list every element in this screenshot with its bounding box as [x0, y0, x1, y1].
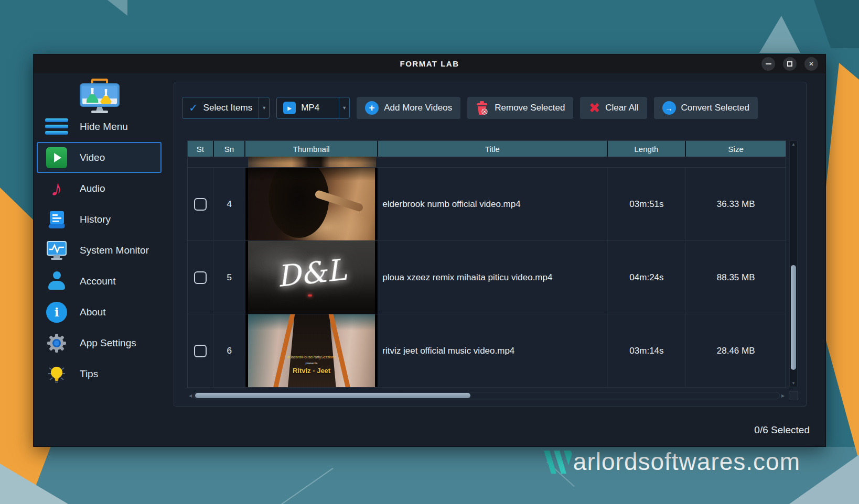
checkmark-icon: ✓ — [189, 102, 198, 114]
sidebar-item-label: App Settings — [80, 337, 136, 349]
maximize-icon — [787, 61, 792, 67]
info-icon: i — [45, 302, 68, 323]
sidebar-item-label: System Monitor — [80, 245, 149, 256]
table-row[interactable]: 5 D&L ploua xzeez remix mihaita piticu v… — [188, 241, 786, 314]
thumbnail-image — [248, 168, 375, 240]
sidebar-item-app-settings[interactable]: App Settings — [34, 327, 167, 358]
sidebar-item-label: About — [80, 306, 106, 318]
thumbnail-caption: presents — [248, 361, 375, 365]
format-dropdown[interactable]: ▶ MP4 ▼ — [276, 97, 350, 119]
watermark: arlordsoftwares.com — [543, 450, 800, 474]
sidebar-item-label: Video — [80, 152, 105, 163]
sidebar-item-tips[interactable]: Tips — [34, 358, 167, 389]
scroll-left-icon[interactable]: ◀ — [187, 393, 194, 398]
select-items-dropdown[interactable]: ✓ Select Items ▼ — [182, 97, 270, 119]
warlord-w-logo-icon — [543, 451, 573, 474]
remove-selected-button[interactable]: Remove Selected — [467, 97, 573, 119]
horizontal-scrollbar[interactable]: ◀ ▶ — [187, 391, 786, 400]
main-panel: ✓ Select Items ▼ ▶ MP4 ▼ + Add More Vide… — [174, 82, 807, 407]
sidebar-item-account[interactable]: Account — [34, 266, 167, 297]
format-lab-logo — [80, 79, 120, 113]
thumbnail-caption: Ritviz - Jeet — [248, 367, 375, 375]
format-label: MP4 — [301, 103, 319, 113]
row-title-cell: ploua xzeez remix mihaita piticu video.m… — [378, 241, 607, 314]
arrow-circle-icon: → — [662, 101, 676, 115]
chevron-down-icon: ▼ — [259, 97, 269, 118]
sidebar-item-hide-menu[interactable]: Hide Menu — [34, 111, 167, 142]
row-size-cell: 36.33 MB — [686, 168, 786, 240]
row-length-cell: 04m:24s — [608, 241, 686, 314]
vertical-scrollbar-thumb[interactable] — [791, 265, 796, 370]
close-icon: ✕ — [809, 60, 814, 68]
row-sn-cell: 5 — [214, 241, 245, 314]
video-format-icon: ▶ — [283, 102, 296, 114]
selection-status: 0/6 Selected — [754, 424, 810, 436]
table-row[interactable]: 6 #BacardiHousePartySessions presents Ri… — [188, 314, 786, 388]
sidebar-item-about[interactable]: i About — [34, 297, 167, 327]
monitor-pulse-icon — [45, 240, 68, 260]
thumbnail-caption: #BacardiHousePartySessions — [248, 355, 375, 359]
app-window: FORMAT LAB ✕ Hide Menu — [33, 54, 826, 447]
row-length-cell: 03m:14s — [608, 314, 686, 387]
convert-selected-button[interactable]: → Convert Selected — [654, 97, 758, 119]
header-sn: Sn — [214, 141, 245, 157]
trash-icon — [476, 101, 489, 115]
watermark-text: arlordsoftwares.com — [573, 450, 800, 474]
music-note-icon: ♪ — [45, 178, 68, 200]
clear-all-button[interactable]: ✖ Clear All — [580, 97, 647, 119]
row-checkbox[interactable] — [194, 271, 207, 284]
desktop: arlordsoftwares.com FORMAT LAB ✕ — [0, 0, 859, 504]
header-st: St — [188, 141, 214, 157]
minimize-button[interactable] — [761, 57, 775, 71]
scroll-down-icon[interactable]: ▼ — [790, 381, 797, 386]
row-thumbnail-cell: D&L — [245, 241, 379, 314]
red-x-icon: ✖ — [588, 101, 600, 115]
sidebar-item-label: Tips — [80, 368, 98, 380]
add-more-videos-label: Add More Videos — [384, 103, 452, 113]
logo-monitor — [80, 83, 120, 107]
sidebar-item-label: Hide Menu — [80, 121, 128, 133]
row-checkbox[interactable] — [194, 198, 207, 211]
vertical-scrollbar[interactable]: ▲ ▼ — [789, 140, 798, 387]
header-title: Title — [378, 141, 607, 157]
scroll-right-icon[interactable]: ▶ — [780, 393, 786, 398]
partial-thumbnail-image — [248, 157, 376, 167]
row-thumbnail-cell: #BacardiHousePartySessions presents Ritv… — [245, 314, 379, 387]
history-scroll-icon — [45, 210, 68, 229]
row-st-cell — [188, 241, 214, 314]
lightbulb-icon — [45, 364, 68, 385]
table-row[interactable]: 4 elderbrook numb official video.mp4 03m… — [188, 168, 786, 241]
row-st-cell — [188, 314, 214, 387]
row-length-cell: 03m:51s — [608, 168, 686, 240]
sidebar-item-history[interactable]: History — [34, 204, 167, 235]
plus-circle-icon: + — [365, 101, 379, 115]
add-more-videos-button[interactable]: + Add More Videos — [357, 97, 460, 119]
header-size: Size — [686, 141, 786, 157]
video-play-icon — [45, 147, 68, 168]
row-size-cell: 28.46 MB — [686, 314, 786, 387]
sidebar-item-video[interactable]: Video — [37, 142, 162, 173]
convert-selected-label: Convert Selected — [681, 103, 749, 113]
select-items-label: Select Items — [203, 103, 253, 113]
partial-row-thumbnail — [188, 157, 786, 168]
row-title-cell: ritviz jeet official music video.mp4 — [378, 314, 607, 387]
sidebar-item-label: Audio — [80, 183, 105, 194]
row-checkbox[interactable] — [194, 345, 207, 357]
logo-green-flask-icon — [87, 88, 98, 103]
row-sn-cell: 4 — [214, 168, 245, 240]
light-painting-text: D&L — [275, 253, 348, 293]
silhouette — [288, 314, 336, 387]
scroll-up-icon[interactable]: ▲ — [790, 142, 797, 147]
person-icon — [45, 271, 68, 291]
maximize-button[interactable] — [783, 57, 797, 71]
sidebar-item-system-monitor[interactable]: System Monitor — [34, 235, 167, 266]
sidebar-item-audio[interactable]: ♪ Audio — [34, 173, 167, 204]
sidebar-item-label: Account — [80, 276, 116, 287]
logo-screen — [82, 86, 117, 104]
horizontal-scrollbar-track[interactable] — [194, 392, 780, 399]
row-thumbnail-cell — [245, 168, 379, 240]
taillight-dot — [308, 294, 312, 297]
row-sn-cell: 6 — [214, 314, 245, 387]
horizontal-scrollbar-thumb[interactable] — [195, 393, 470, 398]
close-button[interactable]: ✕ — [804, 57, 818, 71]
